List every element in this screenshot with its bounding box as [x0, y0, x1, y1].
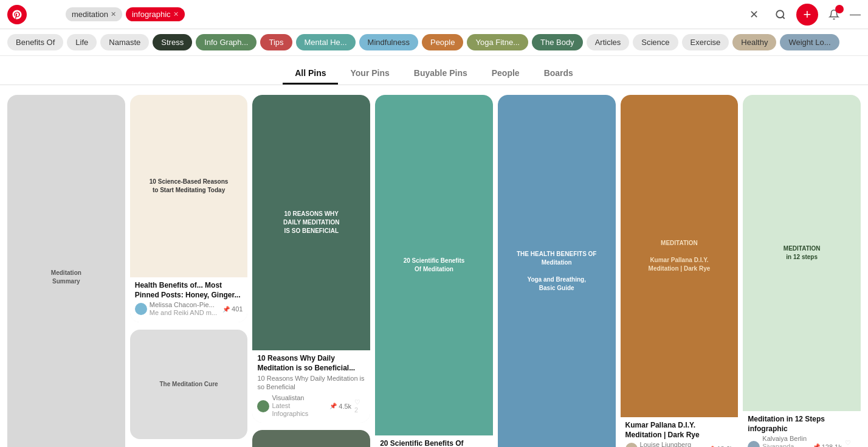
saves-icon: 📌	[329, 403, 337, 409]
search-tag-infographic[interactable]: infographic✕	[126, 7, 185, 21]
author-name: Melissa Chacon-Pie...Me and Reiki AND m.…	[150, 301, 217, 317]
pin-card[interactable]: MEDITATION in 12 stepsMeditation in 12 S…	[743, 95, 861, 447]
pin-title: Kumar Pallana D.I.Y. Meditation | Dark R…	[625, 421, 734, 440]
pin-image: 10 REASONS WHY DAILY MEDITATION IS SO BE…	[252, 95, 370, 350]
pin-meta: Melissa Chacon-Pie...Me and Reiki AND m.…	[135, 301, 243, 317]
topbar: meditation✕infographic✕ ✕ + —	[0, 0, 868, 29]
pin-title: 20 Scientific Benefits Of Meditation: An…	[380, 439, 488, 447]
pin-title: 10 Reasons Why Daily Meditation is so Be…	[257, 354, 365, 373]
topbar-right: ✕ + —	[743, 4, 861, 26]
avatar	[625, 443, 638, 447]
categories-bar: Benefits OfLifeNamasteStressInfo Graph..…	[0, 29, 868, 56]
pin-image: 10 Science-Based Reasons to Start Medita…	[130, 95, 248, 277]
pin-card[interactable]: Which Type of Meditation Suits You Best	[252, 430, 370, 447]
analytics-nav[interactable]	[34, 11, 46, 18]
tabs-bar: All PinsYour PinsBuyable PinsPeopleBoard…	[0, 56, 868, 85]
avatar	[135, 303, 147, 315]
menu-button[interactable]: —	[850, 8, 861, 21]
category-pill-10[interactable]: The Body	[532, 34, 583, 50]
tab-your-pins[interactable]: Your Pins	[338, 63, 401, 85]
pin-info: Health Benefits of... Most Pinned Posts:…	[130, 277, 248, 322]
pin-info: Kumar Pallana D.I.Y. Meditation | Dark R…	[621, 417, 739, 447]
pin-meta: Louise LjungbergSivananda Yoga📌18.6k	[625, 441, 734, 447]
pin-author: Kalvaiya BerlinSivananda Yoga	[748, 435, 810, 447]
pins-column-4: THE HEALTH BENEFITS OF Meditation Yoga a…	[498, 95, 616, 447]
pin-title: Health Benefits of... Most Pinned Posts:…	[135, 281, 243, 300]
pin-saves: 📌401	[222, 305, 243, 313]
author-name: Kalvaiya BerlinSivananda Yoga	[762, 435, 810, 447]
pins-column-2: 10 REASONS WHY DAILY MEDITATION IS SO BE…	[252, 95, 370, 447]
remove-tag-meditation[interactable]: ✕	[111, 10, 116, 18]
search-tags: meditation✕infographic✕	[66, 7, 738, 21]
pins-column-6: MEDITATION in 12 stepsMeditation in 12 S…	[743, 95, 861, 447]
tab-people[interactable]: People	[480, 63, 532, 85]
category-pill-12[interactable]: Science	[633, 34, 678, 50]
pin-image: 20 Scientific Benefits Of Meditation	[375, 95, 493, 435]
ads-nav[interactable]	[49, 11, 61, 18]
notification-badge	[835, 5, 844, 13]
pin-info: 10 Reasons Why Daily Meditation is so Be…	[252, 350, 370, 423]
category-pill-8[interactable]: People	[422, 34, 463, 50]
pin-card[interactable]: 20 Scientific Benefits Of Meditation20 S…	[375, 95, 493, 447]
tab-boards[interactable]: Boards	[532, 63, 585, 85]
pin-card[interactable]: THE HEALTH BENEFITS OF Meditation Yoga a…	[498, 95, 616, 447]
pin-title: Meditation in 12 Steps infographic	[748, 415, 856, 434]
pin-image: Which Type of Meditation Suits You Best	[252, 430, 370, 447]
category-pill-14[interactable]: Healthy	[732, 34, 776, 50]
saves-icon: 📌	[813, 443, 820, 447]
category-pill-9[interactable]: Yoga Fitne...	[467, 34, 528, 50]
remove-tag-infographic[interactable]: ✕	[173, 10, 179, 18]
category-pill-6[interactable]: Mental He...	[296, 34, 356, 50]
clear-search-button[interactable]: ✕	[743, 4, 765, 26]
category-pill-7[interactable]: Mindfulness	[359, 34, 418, 50]
pin-author: Louise LjungbergSivananda Yoga	[625, 441, 691, 447]
pin-image: MEDITATION in 12 steps	[743, 95, 861, 411]
pin-card[interactable]: The Meditation Cure	[130, 330, 248, 439]
pin-image: MEDITATION Kumar Pallana D.I.Y. Meditati…	[621, 95, 739, 417]
pin-image: THE HEALTH BENEFITS OF Meditation Yoga a…	[498, 95, 616, 447]
tab-all-pins[interactable]: All Pins	[283, 63, 338, 85]
category-pill-15[interactable]: Weight Lo...	[780, 34, 839, 50]
pin-card[interactable]: MEDITATION Kumar Pallana D.I.Y. Meditati…	[621, 95, 739, 447]
pin-author: Melissa Chacon-Pie...Me and Reiki AND m.…	[135, 301, 217, 317]
pin-subtitle: 10 Reasons Why Daily Meditation is so Be…	[257, 374, 365, 392]
avatar	[257, 400, 269, 412]
nav-links	[34, 11, 61, 18]
pins-column-1: 10 Science-Based Reasons to Start Medita…	[130, 95, 248, 447]
pin-card[interactable]: Meditation SummaryWhat is Meditation / M…	[7, 95, 125, 447]
search-button[interactable]	[770, 4, 791, 26]
pin-meta: Kalvaiya BerlinSivananda Yoga📌128.1k♡ 1	[748, 435, 856, 447]
pinterest-logo[interactable]	[7, 5, 27, 24]
pin-saves: 📌4.5k♡ 2	[329, 398, 365, 414]
saves-count: 401	[232, 305, 243, 313]
category-pill-11[interactable]: Articles	[587, 34, 630, 50]
pins-wrapper: Meditation SummaryWhat is Meditation / M…	[0, 85, 868, 447]
category-pill-13[interactable]: Exercise	[682, 34, 729, 50]
pin-card[interactable]: 10 REASONS WHY DAILY MEDITATION IS SO BE…	[252, 95, 370, 423]
saves-count: 128.1k	[822, 443, 842, 447]
category-pill-3[interactable]: Stress	[153, 34, 192, 50]
saves-count: 4.5k	[339, 403, 351, 410]
category-pill-5[interactable]: Tips	[260, 34, 292, 50]
search-tag-meditation[interactable]: meditation✕	[66, 7, 122, 21]
author-name: Louise LjungbergSivananda Yoga	[640, 441, 691, 447]
pin-saves: 📌128.1k♡ 1	[813, 439, 856, 447]
tab-buyable-pins[interactable]: Buyable Pins	[402, 63, 480, 85]
author-name: VisualistanLatest Infographics	[272, 394, 327, 418]
pin-image: Meditation Summary	[7, 95, 125, 447]
pin-info: 20 Scientific Benefits Of Meditation: An…	[375, 435, 493, 447]
category-pill-4[interactable]: Info Graph...	[196, 34, 257, 50]
pins-column-0: Meditation SummaryWhat is Meditation / M…	[7, 95, 125, 447]
add-button[interactable]: +	[796, 4, 818, 26]
pin-info: Meditation in 12 Steps infographicKalvai…	[743, 411, 861, 447]
category-pill-0[interactable]: Benefits Of	[7, 34, 63, 50]
pin-meta: VisualistanLatest Infographics📌4.5k♡ 2	[257, 394, 365, 418]
category-pill-1[interactable]: Life	[67, 34, 97, 50]
pins-column-5: MEDITATION Kumar Pallana D.I.Y. Meditati…	[621, 95, 739, 447]
pins-column-3: 20 Scientific Benefits Of Meditation20 S…	[375, 95, 493, 447]
svg-point-0	[776, 10, 784, 18]
category-pill-2[interactable]: Namaste	[100, 34, 149, 50]
pin-card[interactable]: 10 Science-Based Reasons to Start Medita…	[130, 95, 248, 322]
avatar	[748, 441, 760, 447]
notifications-button[interactable]	[823, 4, 845, 26]
